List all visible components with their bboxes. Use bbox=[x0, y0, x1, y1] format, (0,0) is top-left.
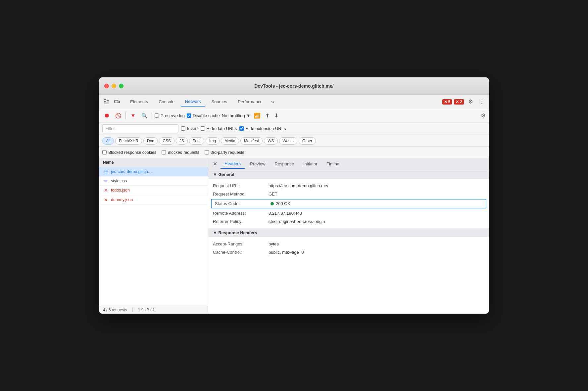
third-party-requests-checkbox[interactable] bbox=[205, 150, 209, 154]
general-section-rows: Request URL: https://jec-cors-demo.glitc… bbox=[208, 179, 489, 228]
disable-cache-checkbox[interactable] bbox=[187, 113, 191, 118]
detail-tab-timing[interactable]: Timing bbox=[323, 159, 344, 168]
throttle-select[interactable]: No throttling ▼ bbox=[222, 113, 251, 118]
hide-data-urls-label: Hide data URLs bbox=[207, 126, 237, 131]
invert-group: Invert bbox=[181, 126, 198, 131]
blocked-response-cookies-label: Blocked response cookies bbox=[108, 150, 156, 155]
third-party-requests-label: 3rd-party requests bbox=[211, 150, 244, 155]
filter-button[interactable]: ▼ bbox=[128, 111, 138, 120]
preserve-log-checkbox[interactable] bbox=[155, 113, 159, 118]
error-badge-2[interactable]: ✕ 2 bbox=[454, 99, 464, 105]
hide-extension-urls-checkbox[interactable] bbox=[239, 126, 244, 131]
accept-ranges-value: bytes bbox=[269, 241, 279, 246]
request-url-row: Request URL: https://jec-cors-demo.glitc… bbox=[208, 182, 489, 190]
general-section-header[interactable]: ▼ General bbox=[208, 170, 489, 179]
hide-extension-urls-label: Hide extension URLs bbox=[245, 126, 286, 131]
filter-input[interactable] bbox=[102, 124, 178, 133]
device-icon[interactable] bbox=[112, 97, 122, 107]
referrer-policy-value: strict-origin-when-cross-origin bbox=[269, 219, 325, 224]
preserve-log-group: Preserve log bbox=[155, 113, 185, 118]
more-options-icon[interactable]: ⋮ bbox=[477, 97, 486, 107]
request-url-label: Request URL: bbox=[213, 183, 266, 188]
blocked-response-cookies: Blocked response cookies bbox=[102, 150, 156, 155]
request-url-value: https://jec-cors-demo.glitch.me/ bbox=[269, 183, 328, 188]
wifi-icon[interactable]: 📶 bbox=[253, 111, 262, 120]
transfer-size: 1.9 kB / 1 bbox=[138, 308, 155, 312]
status-bar: 4 / 6 requests 1.9 kB / 1 bbox=[99, 306, 208, 314]
close-button[interactable] bbox=[104, 84, 109, 88]
blocked-response-cookies-checkbox[interactable] bbox=[102, 150, 107, 154]
blocked-requests-checkbox[interactable] bbox=[162, 150, 166, 154]
resource-filter-bar: All Fetch/XHR Doc CSS JS Font Img Media … bbox=[99, 135, 489, 147]
tab-elements[interactable]: Elements bbox=[125, 97, 153, 106]
accept-ranges-label: Accept-Ranges: bbox=[213, 241, 266, 246]
svg-rect-0 bbox=[104, 100, 106, 102]
detail-tabs: ✕ Headers Preview Response Initiator Tim… bbox=[208, 158, 489, 170]
tab-console[interactable]: Console bbox=[154, 97, 179, 106]
error-badge-1[interactable]: ✕ 5 bbox=[442, 99, 452, 105]
invert-checkbox[interactable] bbox=[181, 126, 185, 131]
detail-tab-headers[interactable]: Headers bbox=[220, 159, 245, 169]
filter-manifest[interactable]: Manifest bbox=[240, 137, 263, 145]
request-method-row: Request Method: GET bbox=[208, 190, 489, 198]
filter-all[interactable]: All bbox=[102, 137, 114, 145]
request-item-1[interactable]: ☰ jec-cors-demo.glitch.... bbox=[99, 167, 208, 177]
download-icon[interactable]: ⬇ bbox=[273, 111, 280, 120]
tab-sources[interactable]: Sources bbox=[207, 97, 232, 106]
response-headers-section-header[interactable]: ▼ Response Headers bbox=[208, 228, 489, 237]
inspect-icon[interactable] bbox=[102, 97, 111, 107]
filter-font[interactable]: Font bbox=[189, 137, 204, 145]
toolbar-settings-icon[interactable]: ⚙ bbox=[481, 112, 486, 119]
filter-media[interactable]: Media bbox=[221, 137, 239, 145]
blocked-requests: Blocked requests bbox=[162, 150, 199, 155]
request-item-3[interactable]: ✕ todos.json bbox=[99, 186, 208, 195]
detail-tab-preview[interactable]: Preview bbox=[246, 159, 269, 168]
doc-icon: ☰ bbox=[103, 169, 109, 174]
toolbar-divider-2 bbox=[152, 112, 152, 119]
more-tabs-button[interactable]: » bbox=[269, 98, 277, 106]
request-item-4[interactable]: ✕ dummy.json bbox=[99, 195, 208, 205]
cache-control-row: Cache-Control: public, max-age=0 bbox=[208, 248, 489, 256]
svg-rect-5 bbox=[115, 100, 118, 103]
request-item-2[interactable]: ✏ style.css bbox=[99, 177, 208, 186]
detail-content: ▼ General Request URL: https://jec-cors-… bbox=[208, 170, 489, 314]
cache-control-value: public, max-age=0 bbox=[269, 250, 304, 255]
detail-tab-initiator[interactable]: Initiator bbox=[299, 159, 321, 168]
request-name-4: dummy.json bbox=[111, 197, 133, 202]
filter-ws[interactable]: WS bbox=[264, 137, 277, 145]
minimize-button[interactable] bbox=[112, 84, 116, 88]
blocked-requests-label: Blocked requests bbox=[168, 150, 199, 155]
record-button[interactable]: ⏺ bbox=[102, 111, 112, 120]
filter-fetch-xhr[interactable]: Fetch/XHR bbox=[115, 137, 142, 145]
throttle-arrow: ▼ bbox=[246, 113, 251, 118]
maximize-button[interactable] bbox=[119, 84, 123, 88]
filter-doc[interactable]: Doc bbox=[143, 137, 158, 145]
filter-wasm[interactable]: Wasm bbox=[279, 137, 298, 145]
filter-js[interactable]: JS bbox=[176, 137, 188, 145]
request-count: 4 / 6 requests bbox=[103, 308, 127, 312]
upload-icon[interactable]: ⬆ bbox=[264, 111, 271, 120]
close-detail-button[interactable]: ✕ bbox=[211, 159, 219, 168]
tab-performance[interactable]: Performance bbox=[233, 97, 267, 106]
hide-data-urls-checkbox[interactable] bbox=[201, 126, 205, 131]
tab-network[interactable]: Network bbox=[180, 97, 206, 107]
hide-extension-urls-group: Hide extension URLs bbox=[239, 126, 286, 131]
filter-img[interactable]: Img bbox=[206, 137, 220, 145]
response-headers-rows: Accept-Ranges: bytes Cache-Control: publ… bbox=[208, 237, 489, 259]
filter-css[interactable]: CSS bbox=[159, 137, 174, 145]
filter-other[interactable]: Other bbox=[299, 137, 316, 145]
settings-icon[interactable]: ⚙ bbox=[466, 97, 475, 107]
error-icon-2: ✕ bbox=[456, 100, 459, 104]
css-icon: ✏ bbox=[103, 179, 109, 183]
main-content: Name ☰ jec-cors-demo.glitch.... ✏ style.… bbox=[99, 158, 489, 314]
status-divider bbox=[132, 308, 133, 312]
throttle-label: No throttling bbox=[222, 113, 245, 118]
request-name-3: todos.json bbox=[111, 188, 130, 193]
window-title: DevTools - jec-cors-demo.glitch.me/ bbox=[254, 83, 333, 89]
status-code-row: Status Code: 200 OK bbox=[211, 199, 486, 208]
clear-button[interactable]: 🚫 bbox=[114, 111, 123, 120]
search-button[interactable]: 🔍 bbox=[140, 111, 149, 120]
error-count-1: 5 bbox=[448, 100, 451, 104]
svg-rect-6 bbox=[118, 101, 120, 103]
detail-tab-response[interactable]: Response bbox=[270, 159, 298, 168]
